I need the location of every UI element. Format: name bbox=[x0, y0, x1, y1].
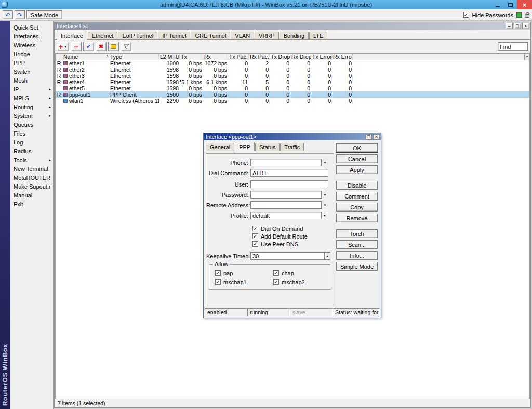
comment-button[interactable]: Comment bbox=[336, 192, 378, 201]
filter-button[interactable] bbox=[121, 42, 131, 51]
sidebar-item-switch[interactable]: Switch bbox=[10, 67, 53, 76]
sidebar-item-make-supout-rif[interactable]: Make Supout.rif bbox=[10, 182, 53, 191]
checkbox-dial-on-demand[interactable]: Dial On Demand bbox=[252, 225, 334, 232]
tab-interface[interactable]: Interface bbox=[57, 31, 87, 40]
sidebar-item-wireless[interactable]: Wireless bbox=[10, 41, 53, 49]
apply-button[interactable]: Apply bbox=[336, 165, 378, 174]
tab-bonding[interactable]: Bonding bbox=[280, 32, 309, 39]
column-header-type[interactable]: Type bbox=[109, 54, 159, 60]
sidebar-item-exit[interactable]: Exit bbox=[10, 200, 53, 208]
tab-gre-tunnel[interactable]: GRE Tunnel bbox=[191, 32, 230, 39]
comment-button[interactable] bbox=[108, 42, 119, 51]
redo-button[interactable] bbox=[15, 10, 25, 19]
column-select-button[interactable] bbox=[524, 54, 529, 60]
remote-address-input[interactable] bbox=[250, 201, 322, 209]
dialog-tab-general[interactable]: General bbox=[206, 143, 234, 151]
password-dropdown-icon[interactable] bbox=[322, 193, 328, 196]
enable-button[interactable] bbox=[83, 42, 94, 51]
sidebar-item-system[interactable]: System bbox=[10, 111, 53, 120]
disable-button[interactable] bbox=[96, 42, 107, 51]
column-header-rx[interactable]: Rx bbox=[203, 54, 228, 60]
dialog-tab-status[interactable]: Status bbox=[255, 143, 280, 151]
allow-option-pap[interactable]: pap bbox=[215, 269, 273, 277]
disable-button[interactable]: Disable bbox=[336, 181, 378, 190]
hide-passwords-checkbox[interactable] bbox=[463, 12, 469, 18]
safe-mode-button[interactable]: Safe Mode bbox=[26, 10, 62, 19]
torch-button[interactable]: Torch bbox=[336, 229, 378, 238]
dialog-titlebar[interactable]: Interface <ppp-out1> bbox=[204, 133, 381, 140]
tab-ethernet[interactable]: Ethernet bbox=[88, 32, 118, 39]
sidebar-item-log[interactable]: Log bbox=[10, 138, 53, 147]
table-row[interactable]: Rether2Ethernet15980 bps0 bps000000 bbox=[56, 67, 529, 73]
sidebar-item-manual[interactable]: Manual bbox=[10, 191, 53, 200]
copy-button[interactable]: Copy bbox=[336, 203, 378, 212]
sidebar-item-mesh[interactable]: Mesh bbox=[10, 76, 53, 85]
interface-list-titlebar[interactable]: Interface List bbox=[55, 22, 530, 30]
sidebar-item-files[interactable]: Files bbox=[10, 129, 53, 138]
dial-command-input[interactable] bbox=[250, 169, 328, 177]
sidebar-item-metarouter[interactable]: MetaROUTER bbox=[10, 173, 53, 182]
window-close-button[interactable] bbox=[522, 23, 529, 29]
window-maximize-button[interactable] bbox=[514, 23, 521, 29]
table-row[interactable]: Rether3Ethernet15980 bps0 bps000000 bbox=[56, 73, 529, 79]
phone-input[interactable] bbox=[250, 159, 322, 166]
tab-vlan[interactable]: VLAN bbox=[231, 32, 254, 39]
checkbox-use-peer-dns[interactable]: Use Peer DNS bbox=[252, 240, 334, 248]
column-header-tx-errors[interactable]: Tx Errors bbox=[311, 54, 332, 60]
sidebar-item-new-terminal[interactable]: New Terminal bbox=[10, 164, 53, 173]
window-minimize-button[interactable] bbox=[506, 23, 513, 29]
sidebar-item-radius[interactable]: Radius bbox=[10, 147, 53, 155]
ok-button[interactable]: OK bbox=[336, 143, 378, 152]
phone-dropdown-icon[interactable] bbox=[322, 161, 328, 164]
sidebar-item-bridge[interactable]: Bridge bbox=[10, 49, 53, 58]
sidebar-item-routing[interactable]: Routing bbox=[10, 102, 53, 111]
checkbox-add-default-route[interactable]: Add Default Route bbox=[252, 232, 334, 240]
table-row[interactable]: Rppp-out1PPP Client15000 bps0 bps000000 bbox=[56, 91, 529, 98]
sidebar-item-ppp[interactable]: PPP bbox=[10, 58, 53, 67]
sidebar-item-quick-set[interactable]: Quick Set bbox=[10, 23, 53, 32]
table-row[interactable]: wlan1Wireless (Atheros 11N)22900 bps0 bp… bbox=[56, 98, 529, 104]
table-row[interactable]: Rether4Ethernet159875.1 kbps6.1 kbps1150… bbox=[56, 79, 529, 85]
add-button[interactable] bbox=[57, 42, 69, 51]
user-input[interactable] bbox=[250, 180, 328, 188]
simple-mode-button[interactable]: Simple Mode bbox=[336, 262, 378, 271]
sidebar-item-interfaces[interactable]: Interfaces bbox=[10, 32, 53, 41]
column-header-flags[interactable] bbox=[56, 54, 62, 60]
find-input[interactable] bbox=[498, 42, 528, 51]
remove-button[interactable]: Remove bbox=[336, 214, 378, 222]
column-header-name[interactable]: Name/ bbox=[62, 54, 109, 60]
column-header-rx-pac[interactable]: Rx Pac... bbox=[249, 54, 270, 60]
sidebar-item-ip[interactable]: IP bbox=[10, 85, 53, 94]
tab-eoip-tunnel[interactable]: EoIP Tunnel bbox=[118, 32, 157, 39]
dialog-tab-traffic[interactable]: Traffic bbox=[280, 143, 304, 151]
maximize-button[interactable] bbox=[504, 0, 517, 9]
remove-button[interactable] bbox=[71, 42, 82, 51]
info-button[interactable]: Info... bbox=[336, 251, 378, 260]
keepalive-spinner-up-icon[interactable] bbox=[325, 252, 330, 260]
tab-lte[interactable]: LTE bbox=[309, 32, 327, 39]
column-header-rx-errors[interactable]: Rx Errors bbox=[332, 54, 353, 60]
undo-button[interactable] bbox=[3, 10, 13, 19]
sidebar-item-queues[interactable]: Queues bbox=[10, 120, 53, 129]
table-row[interactable]: ether5Ethernet15980 bps0 bps000000 bbox=[56, 85, 529, 91]
dialog-tab-ppp[interactable]: PPP bbox=[235, 142, 255, 151]
profile-input[interactable] bbox=[250, 212, 322, 219]
dialog-maximize-button[interactable] bbox=[365, 134, 372, 140]
allow-option-mschap2[interactable]: mschap2 bbox=[273, 278, 330, 286]
column-header-tx-drops[interactable]: Tx Drops bbox=[270, 54, 290, 60]
column-header-rx-drops[interactable]: Rx Drops bbox=[290, 54, 311, 60]
sidebar-item-mpls[interactable]: MPLS bbox=[10, 94, 53, 102]
column-header-l2-mtu[interactable]: L2 MTU bbox=[159, 54, 180, 60]
scan-button[interactable]: Scan... bbox=[336, 240, 378, 249]
profile-dropdown-icon[interactable] bbox=[322, 212, 328, 219]
dialog-close-button[interactable] bbox=[373, 134, 380, 140]
close-button[interactable] bbox=[517, 0, 532, 9]
table-row[interactable]: Rether1Ethernet16000 bps1072 bps020000 bbox=[56, 60, 529, 67]
column-header-tx[interactable]: Tx bbox=[180, 54, 203, 60]
column-header-tx-pac[interactable]: Tx Pac... bbox=[228, 54, 249, 60]
cancel-button[interactable]: Cancel bbox=[336, 154, 378, 163]
allow-option-chap[interactable]: chap bbox=[273, 269, 330, 277]
sidebar-item-tools[interactable]: Tools bbox=[10, 155, 53, 164]
allow-option-mschap1[interactable]: mschap1 bbox=[215, 278, 273, 286]
tab-vrrp[interactable]: VRRP bbox=[255, 32, 279, 39]
